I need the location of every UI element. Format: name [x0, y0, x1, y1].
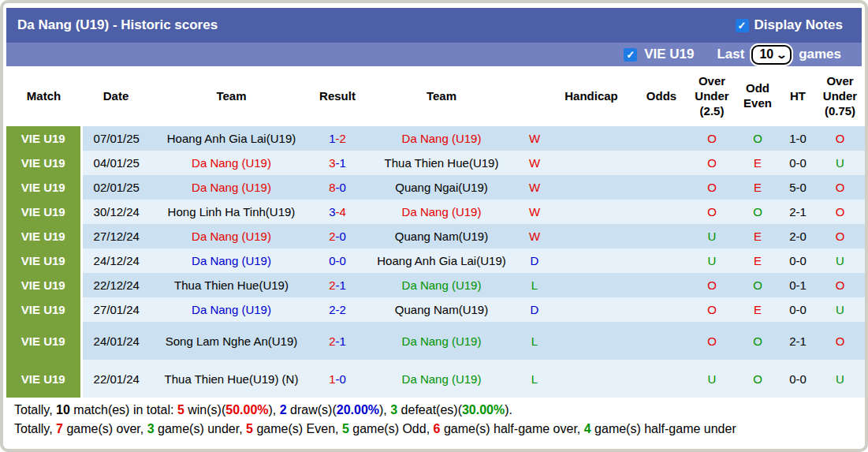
- handicap-value: [549, 322, 634, 360]
- odd-even: O: [735, 322, 780, 360]
- summary-line-goals: Totally, 7 game(s) over, 3 game(s) under…: [14, 420, 854, 439]
- result-letter: W: [520, 200, 549, 224]
- historic-scores-table: MatchDateTeamResultTeamHandicapOddsOver …: [6, 66, 865, 398]
- home-team: Da Nang (U19): [151, 151, 312, 175]
- full-time-score: 1-2: [312, 126, 363, 151]
- over-under-25: O: [689, 273, 735, 297]
- odd-even: E: [735, 175, 780, 200]
- result-letter: W: [520, 175, 549, 200]
- over-under-075: U: [815, 297, 865, 322]
- home-team: Da Nang (U19): [151, 248, 312, 273]
- filter-bar: ✓ VIE U19 Last 10 ⌄ games: [6, 43, 862, 66]
- odds-value: [634, 126, 689, 151]
- over-under-25: O: [689, 175, 735, 200]
- result-letter: L: [520, 322, 549, 360]
- over-under-25: O: [689, 126, 735, 151]
- full-time-score: 2-1: [312, 273, 363, 297]
- league-badge[interactable]: VIE U19: [6, 151, 81, 175]
- historic-scores-widget: Da Nang (U19) - Historic scores ✓ Displa…: [0, 0, 868, 452]
- away-team: Da Nang (U19): [363, 273, 520, 297]
- league-badge[interactable]: VIE U19: [6, 248, 81, 273]
- display-notes-label: Display Notes: [754, 17, 843, 33]
- result-letter: L: [520, 273, 549, 297]
- column-header-team1: Team: [151, 66, 312, 126]
- odd-even: O: [735, 273, 780, 297]
- odd-even: O: [735, 360, 780, 398]
- match-date: 24/12/24: [81, 248, 151, 273]
- away-team: Quang Nam(U19): [363, 224, 520, 248]
- games-label: games: [799, 47, 841, 62]
- over-under-075: U: [815, 248, 865, 273]
- odds-value: [634, 175, 689, 200]
- match-date: 22/01/24: [81, 360, 151, 398]
- handicap-value: [549, 175, 634, 200]
- table-row: VIE U1924/12/24Da Nang (U19)0-0Hoang Anh…: [6, 248, 865, 273]
- league-badge[interactable]: VIE U19: [6, 273, 81, 297]
- league-badge[interactable]: VIE U19: [6, 360, 81, 398]
- handicap-value: [549, 273, 634, 297]
- column-header-odds: Odds: [634, 66, 689, 126]
- over-under-075: O: [815, 224, 865, 248]
- odd-even: O: [735, 200, 780, 224]
- over-under-075: O: [815, 322, 865, 360]
- last-label: Last: [717, 47, 744, 62]
- over-under-075: O: [815, 175, 865, 200]
- title-bar: Da Nang (U19) - Historic scores ✓ Displa…: [6, 8, 862, 43]
- half-time-score: 2-1: [780, 322, 815, 360]
- result-letter: D: [520, 297, 549, 322]
- league-badge[interactable]: VIE U19: [6, 175, 81, 200]
- home-team: Da Nang (U19): [151, 175, 312, 200]
- column-header-wdl: [520, 66, 549, 126]
- table-row: VIE U1922/12/24Thua Thien Hue(U19)2-1Da …: [6, 273, 865, 297]
- match-date: 22/12/24: [81, 273, 151, 297]
- table-row: VIE U1930/12/24Hong Linh Ha Tinh(U19)3-4…: [6, 200, 865, 224]
- league-badge[interactable]: VIE U19: [6, 322, 81, 360]
- over-under-25: O: [689, 322, 735, 360]
- odds-value: [634, 200, 689, 224]
- full-time-score: 3-1: [312, 151, 363, 175]
- odds-value: [634, 224, 689, 248]
- match-date: 02/01/25: [81, 175, 151, 200]
- column-header-date: Date: [81, 66, 151, 126]
- match-date: 04/01/25: [81, 151, 151, 175]
- table-row: VIE U1902/01/25Da Nang (U19)8-0Quang Nga…: [6, 175, 865, 200]
- games-count-select[interactable]: 10 ⌄: [751, 45, 792, 65]
- column-header-handicap: Handicap: [549, 66, 634, 126]
- away-team: Quang Ngai(U19): [363, 175, 520, 200]
- league-badge[interactable]: VIE U19: [6, 200, 81, 224]
- handicap-value: [549, 126, 634, 151]
- result-letter: L: [520, 360, 549, 398]
- handicap-value: [549, 224, 634, 248]
- column-header-oddeven: Odd Even: [735, 66, 780, 126]
- away-team: Da Nang (U19): [363, 360, 520, 398]
- over-under-25: U: [689, 360, 735, 398]
- over-under-25: O: [689, 151, 735, 175]
- table-row: VIE U1924/01/24Song Lam Nghe An(U19)2-1D…: [6, 322, 865, 360]
- chevron-down-icon: ⌄: [776, 49, 788, 61]
- half-time-score: 0-1: [780, 273, 815, 297]
- away-team: Da Nang (U19): [363, 126, 520, 151]
- odds-value: [634, 360, 689, 398]
- table-row: VIE U1927/01/24Da Nang (U19)2-2Quang Nam…: [6, 297, 865, 322]
- league-filter-checkbox[interactable]: ✓: [624, 48, 637, 62]
- half-time-score: 0-0: [780, 360, 815, 398]
- home-team: Hoang Anh Gia Lai(U19): [151, 126, 312, 151]
- full-time-score: 3-4: [312, 200, 363, 224]
- table-row: VIE U1922/01/24Thua Thien Hue(U19) (N)1-…: [6, 360, 865, 398]
- away-team: Da Nang (U19): [363, 322, 520, 360]
- column-header-ou075: Over Under (0.75): [815, 66, 865, 126]
- league-badge[interactable]: VIE U19: [6, 126, 81, 151]
- page-title: Da Nang (U19) - Historic scores: [17, 17, 218, 33]
- over-under-25: U: [689, 224, 735, 248]
- column-header-ou25: Over Under (2.5): [689, 66, 735, 126]
- odd-even: E: [735, 224, 780, 248]
- table-row: VIE U1927/12/24Da Nang (U19)2-0Quang Nam…: [6, 224, 865, 248]
- league-badge[interactable]: VIE U19: [6, 297, 81, 322]
- over-under-075: O: [815, 200, 865, 224]
- over-under-25: U: [689, 248, 735, 273]
- column-header-ht: HT: [780, 66, 815, 126]
- handicap-value: [549, 360, 634, 398]
- away-team: Quang Nam(U19): [363, 297, 520, 322]
- display-notes-checkbox[interactable]: ✓: [736, 19, 749, 32]
- league-badge[interactable]: VIE U19: [6, 224, 81, 248]
